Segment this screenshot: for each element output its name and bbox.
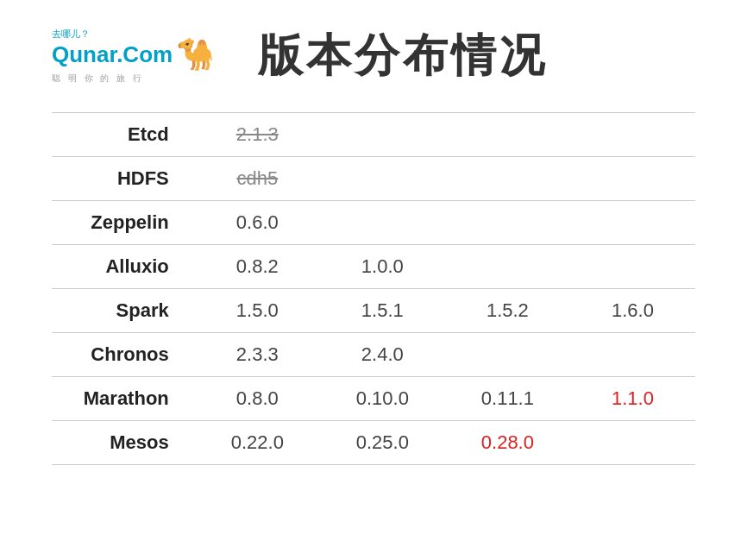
table-row: HDFScdh5 (52, 157, 695, 201)
row-version: 0.6.0 (195, 201, 320, 245)
row-version: 1.0.0 (320, 245, 445, 289)
row-version: 1.1.0 (570, 377, 695, 421)
logo-main-text: Qunar.Com (52, 43, 173, 66)
row-version (570, 245, 695, 289)
row-version (445, 333, 570, 377)
table-row: Etcd2.1.3 (52, 113, 695, 157)
logo-text-block: 去哪儿？ Qunar.Com 🐪 (52, 28, 215, 70)
row-name: Spark (52, 289, 195, 333)
row-version (320, 113, 445, 157)
table-row: Chronos2.3.32.4.0 (52, 333, 695, 377)
row-version (445, 201, 570, 245)
row-version: 1.6.0 (570, 289, 695, 333)
row-version: 2.1.3 (195, 113, 320, 157)
row-name: HDFS (52, 157, 195, 201)
row-name: Chronos (52, 333, 195, 377)
row-name: Zeppelin (52, 201, 195, 245)
row-version: 2.3.3 (195, 333, 320, 377)
table-container: Etcd2.1.3HDFScdh5Zeppelin0.6.0Alluxio0.8… (52, 112, 695, 534)
row-version (445, 157, 570, 201)
row-version: 1.5.1 (320, 289, 445, 333)
row-version (320, 157, 445, 201)
logo: 去哪儿？ Qunar.Com 🐪 聪 明 你 的 旅 行 (52, 28, 215, 85)
row-name: Alluxio (52, 245, 195, 289)
row-version: 0.8.2 (195, 245, 320, 289)
logo-brand: 去哪儿？ Qunar.Com 🐪 (52, 28, 215, 70)
row-name: Etcd (52, 113, 195, 157)
version-table: Etcd2.1.3HDFScdh5Zeppelin0.6.0Alluxio0.8… (52, 112, 695, 465)
row-version: 0.11.1 (445, 377, 570, 421)
row-version (445, 245, 570, 289)
header: 去哪儿？ Qunar.Com 🐪 聪 明 你 的 旅 行 版本分布情况 (52, 26, 695, 86)
row-version: 0.25.0 (320, 421, 445, 465)
table-row: Marathon0.8.00.10.00.11.11.1.0 (52, 377, 695, 421)
row-version: 0.28.0 (445, 421, 570, 465)
row-version: 0.22.0 (195, 421, 320, 465)
table-row: Zeppelin0.6.0 (52, 201, 695, 245)
row-version (570, 333, 695, 377)
camel-icon: 🐪 (176, 39, 215, 70)
row-version: 2.4.0 (320, 333, 445, 377)
table-row: Spark1.5.01.5.11.5.21.6.0 (52, 289, 695, 333)
row-version: 1.5.0 (195, 289, 320, 333)
row-version (570, 157, 695, 201)
page-title: 版本分布情况 (258, 26, 548, 86)
row-version (320, 201, 445, 245)
logo-slogan: 聪 明 你 的 旅 行 (52, 72, 144, 85)
table-row: Mesos0.22.00.25.00.28.0 (52, 421, 695, 465)
row-version: 0.10.0 (320, 377, 445, 421)
row-name: Marathon (52, 377, 195, 421)
slide: 去哪儿？ Qunar.Com 🐪 聪 明 你 的 旅 行 版本分布情况 Etcd… (0, 0, 747, 560)
row-version: 1.5.2 (445, 289, 570, 333)
row-version: 0.8.0 (195, 377, 320, 421)
row-version (570, 201, 695, 245)
row-name: Mesos (52, 421, 195, 465)
row-version (570, 113, 695, 157)
row-version (445, 113, 570, 157)
row-version: cdh5 (195, 157, 320, 201)
table-row: Alluxio0.8.21.0.0 (52, 245, 695, 289)
row-version (570, 421, 695, 465)
